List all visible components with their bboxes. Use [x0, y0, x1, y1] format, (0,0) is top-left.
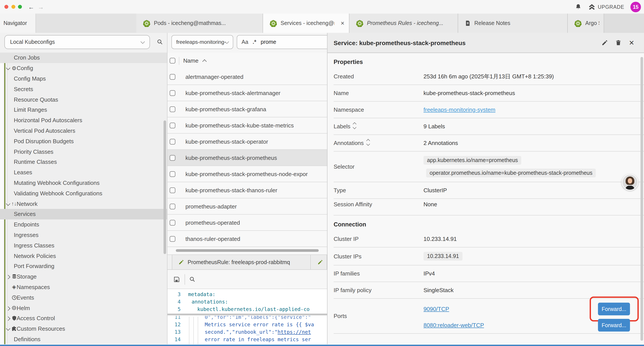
sort-updown-icon[interactable]	[367, 140, 369, 146]
service-row-prometheus-adapter[interactable]: prometheus-adapter	[168, 198, 327, 215]
row-checkbox[interactable]	[170, 74, 175, 79]
service-row-kube-prometheus-stack-grafana[interactable]: kube-prometheus-stack-grafana	[168, 101, 327, 117]
row-checkbox[interactable]	[170, 187, 175, 193]
sidebar-item-endpoints[interactable]: Endpoints	[0, 219, 167, 230]
sidebar-item-secrets[interactable]: Secrets	[0, 84, 167, 94]
sidebar-item-storage[interactable]: Storage	[0, 271, 167, 282]
chevron-right-icon[interactable]	[6, 305, 10, 311]
edit-pencil-icon[interactable]	[602, 39, 608, 46]
sidebar-item-events[interactable]: Events	[0, 292, 167, 303]
row-checkbox[interactable]	[170, 139, 175, 144]
notifications-bell-icon[interactable]	[574, 3, 582, 10]
sidebar-item-limit-ranges[interactable]: Limit Ranges	[0, 105, 167, 115]
delete-trash-icon[interactable]	[615, 39, 622, 46]
editor-tab-prometheusrule[interactable]: PrometheusRule: freeleaps-prod-rabbitmq	[172, 255, 311, 269]
namespace-link[interactable]: freeleaps-monitoring-system	[424, 106, 496, 113]
match-case-toggle[interactable]: Aa	[242, 39, 248, 45]
row-checkbox[interactable]	[170, 155, 175, 161]
service-search-input[interactable]: Aa .* prome	[237, 35, 327, 49]
upgrade-button[interactable]: UPGRADE	[588, 3, 624, 11]
close-tab-icon[interactable]: ✕	[338, 20, 344, 26]
close-icon[interactable]: ✕	[629, 39, 634, 47]
tab-services-icecheng-math[interactable]: Services - icecheng@math...✕	[263, 13, 350, 33]
user-avatar[interactable]	[622, 174, 638, 191]
notification-count-badge[interactable]: 15	[630, 1, 641, 12]
sidebar-item-services[interactable]: Services	[0, 209, 167, 219]
sort-updown-icon[interactable]	[354, 123, 356, 129]
row-checkbox[interactable]	[170, 122, 175, 128]
chevron-down-icon[interactable]	[6, 65, 10, 71]
sidebar-item-config-maps[interactable]: Config Maps	[0, 73, 167, 84]
editor-search-icon[interactable]	[189, 276, 196, 283]
back-icon[interactable]: ←	[28, 4, 34, 10]
sidebar-item-custom-resources[interactable]: Custom Resources	[0, 324, 167, 334]
row-checkbox[interactable]	[170, 236, 175, 242]
sidebar-item-vertical-pod-autoscalers[interactable]: Vertical Pod Autoscalers	[0, 125, 167, 136]
row-checkbox[interactable]	[170, 203, 175, 209]
sidebar-item-resource-quotas[interactable]: Resource Quotas	[0, 94, 167, 105]
regex-toggle[interactable]: .*	[253, 39, 256, 45]
sidebar-item-cron-jobs[interactable]: Cron Jobs	[0, 52, 167, 63]
editor-line-13: 13second.","runbook_url":"https://net	[168, 329, 327, 336]
sidebar-scrollbar[interactable]	[164, 120, 166, 254]
service-row-kube-prometheus-stack-prometheus[interactable]: kube-prometheus-stack-prometheus	[168, 150, 327, 166]
forward-icon[interactable]: →	[38, 4, 44, 10]
chevron-down-icon[interactable]	[6, 200, 10, 207]
name-column-header[interactable]: Name	[183, 57, 198, 64]
horizontal-scrollbar-thumb[interactable]	[176, 249, 319, 252]
sidebar-item-namespaces[interactable]: ◈Namespaces	[0, 282, 167, 292]
port-link[interactable]: 9090/TCP	[424, 306, 449, 312]
detail-scrollbar[interactable]	[640, 57, 643, 341]
sidebar-search-icon[interactable]	[156, 38, 163, 45]
row-checkbox[interactable]	[170, 106, 175, 112]
sidebar-item-network-policies[interactable]: Network Policies	[0, 251, 167, 261]
sidebar-item-leases[interactable]: Leases	[0, 167, 167, 178]
service-row-kube-prometheus-stack-operator[interactable]: kube-prometheus-stack-operator	[168, 134, 327, 150]
sidebar-item-mutating-webhook-configurations[interactable]: Mutating Webhook Configurations	[0, 178, 167, 188]
sidebar-item-runtime-classes[interactable]: Runtime Classes	[0, 157, 167, 167]
sidebar-item-access-control[interactable]: Access Control	[0, 313, 167, 324]
chevron-right-icon[interactable]	[6, 273, 10, 280]
sort-ascending-icon[interactable]	[202, 59, 206, 63]
port-link[interactable]: 8080:reloader-web/TCP	[424, 322, 484, 329]
sidebar-item-definitions[interactable]: Definitions	[0, 334, 167, 344]
service-row-kube-prometheus-stack-prometheus-node-expor[interactable]: kube-prometheus-stack-prometheus-node-ex…	[168, 166, 327, 182]
save-icon[interactable]	[173, 276, 180, 283]
sidebar-item-ingresses[interactable]: Ingresses	[0, 230, 167, 240]
service-row-kube-prometheus-stack-thanos-ruler[interactable]: kube-prometheus-stack-thanos-ruler	[168, 182, 327, 198]
service-row-thanos-ruler-operated[interactable]: thanos-ruler-operated	[168, 231, 327, 247]
service-row-kube-prometheus-stack-alertmanager[interactable]: kube-prometheus-stack-alertmanager	[168, 85, 327, 101]
namespace-filter-dropdown[interactable]: freeleaps-monitoring-system	[172, 35, 233, 49]
minimize-window-button[interactable]	[11, 5, 15, 9]
select-all-checkbox[interactable]	[170, 58, 175, 63]
navigator-panel-tab[interactable]: Navigator	[0, 13, 36, 33]
sidebar-item-config[interactable]: ⚙Config	[0, 63, 167, 74]
service-row-prometheus-operated[interactable]: prometheus-operated	[168, 215, 327, 231]
sidebar-item-network[interactable]: ↑↓Network	[0, 198, 167, 209]
forward-button[interactable]: Forward...	[598, 303, 630, 315]
sidebar-item-ingress-classes[interactable]: Ingress Classes	[0, 240, 167, 251]
sidebar-item-horizontal-pod-autoscalers[interactable]: Horizontal Pod Autoscalers	[0, 115, 167, 126]
service-row-kube-prometheus-stack-kube-state-metrics[interactable]: kube-prometheus-stack-kube-state-metrics	[168, 117, 327, 134]
row-checkbox[interactable]	[170, 90, 175, 96]
kubeconfig-selector[interactable]: Local Kubeconfigs	[4, 35, 150, 49]
zoom-window-button[interactable]	[18, 5, 22, 9]
editor-tab-next[interactable]	[311, 255, 327, 269]
tab-prometheus-rules-icecheng[interactable]: Prometheus Rules - icecheng...	[350, 13, 458, 33]
tab-pods-icecheng-mathmas[interactable]: Pods - icecheng@mathmas...	[136, 13, 263, 33]
yaml-editor[interactable]: 3metadata:4annotations:5kubectl.kubernet…	[168, 289, 327, 344]
sidebar-item-helm[interactable]: Helm	[0, 303, 167, 313]
chevron-down-icon[interactable]	[6, 326, 10, 332]
sidebar-item-priority-classes[interactable]: Priority Classes	[0, 146, 167, 157]
row-checkbox[interactable]	[170, 220, 175, 225]
forward-button[interactable]: Forward...	[598, 319, 630, 332]
sidebar-item-validating-webhook-configurations[interactable]: Validating Webhook Configurations	[0, 188, 167, 199]
tab-release-notes[interactable]: Release Notes	[458, 13, 568, 33]
sidebar-item-port-forwarding[interactable]: Port Forwarding	[0, 261, 167, 272]
sidebar-item-pod-disruption-budgets[interactable]: Pod Disruption Budgets	[0, 136, 167, 146]
close-window-button[interactable]	[4, 5, 8, 9]
tab-argo-se[interactable]: Argo Se	[568, 13, 604, 33]
row-checkbox[interactable]	[170, 171, 175, 177]
service-row-alertmanager-operated[interactable]: alertmanager-operated	[168, 69, 327, 85]
chevron-right-icon[interactable]	[6, 315, 10, 322]
